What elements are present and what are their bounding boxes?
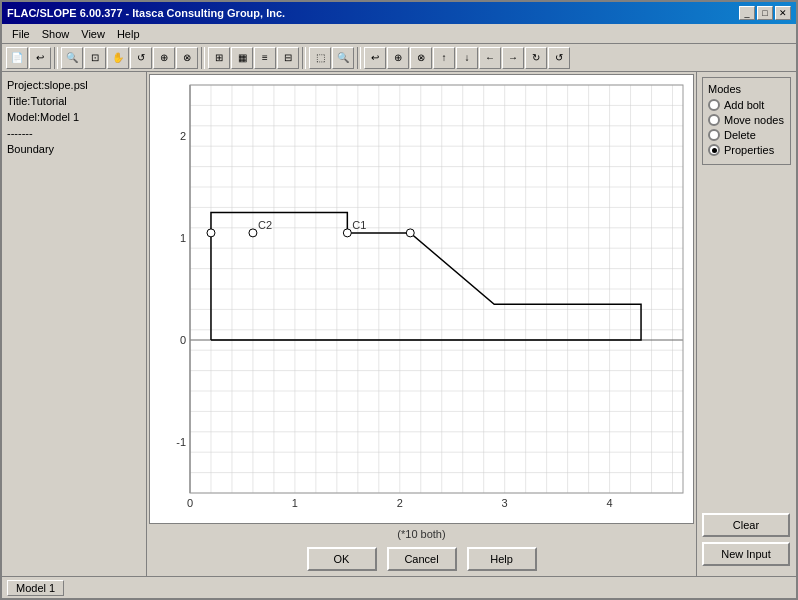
minimize-button[interactable]: _	[739, 6, 755, 20]
main-window: FLAC/SLOPE 6.00.377 - Itasca Consulting …	[0, 0, 798, 600]
radio-move-nodes-circle[interactable]	[708, 114, 720, 126]
tb-grid[interactable]: ⊞	[208, 47, 230, 69]
radio-properties-label: Properties	[724, 144, 774, 156]
close-button[interactable]: ✕	[775, 6, 791, 20]
modes-group: Modes Add bolt Move nodes Delete Propert…	[702, 77, 791, 165]
radio-add-bolt-label: Add bolt	[724, 99, 764, 111]
menu-show[interactable]: Show	[36, 27, 76, 41]
radio-properties-circle[interactable]	[708, 144, 720, 156]
tb-zoom2[interactable]: 🔍	[332, 47, 354, 69]
radio-properties[interactable]: Properties	[708, 144, 785, 156]
menu-view[interactable]: View	[75, 27, 111, 41]
status-model: Model 1	[7, 580, 64, 596]
tb-down[interactable]: ↓	[456, 47, 478, 69]
tb-undo[interactable]: ↩	[364, 47, 386, 69]
tb-zoom-out2[interactable]: ⊗	[410, 47, 432, 69]
tb-zoom-out[interactable]: ⊗	[176, 47, 198, 69]
radio-delete-label: Delete	[724, 129, 756, 141]
tb-sep2	[201, 47, 205, 69]
menu-file[interactable]: File	[6, 27, 36, 41]
tb-sep3	[302, 47, 306, 69]
sidebar-info: Project:slope.psl Title:Tutorial Model:M…	[7, 77, 141, 157]
help-button[interactable]: Help	[467, 547, 537, 571]
tb-up[interactable]: ↑	[433, 47, 455, 69]
tb-pan[interactable]: ✋	[107, 47, 129, 69]
sidebar-separator: -------	[7, 125, 141, 141]
sidebar-title: Title:Tutorial	[7, 93, 141, 109]
bottom-buttons: OK Cancel Help	[147, 542, 696, 576]
main-area: Project:slope.psl Title:Tutorial Model:M…	[2, 72, 796, 576]
radio-delete[interactable]: Delete	[708, 129, 785, 141]
modes-title: Modes	[708, 83, 785, 95]
tb-zoom-in2[interactable]: ⊕	[387, 47, 409, 69]
sidebar-project: Project:slope.psl	[7, 77, 141, 93]
tb-zoom-box[interactable]: ⊡	[84, 47, 106, 69]
title-buttons: _ □ ✕	[739, 6, 791, 20]
center-area: (*10 both) OK Cancel Help	[147, 72, 696, 576]
sidebar: Project:slope.psl Title:Tutorial Model:M…	[2, 72, 147, 576]
tb-rotate-ccw[interactable]: ↺	[548, 47, 570, 69]
window-title: FLAC/SLOPE 6.00.377 - Itasca Consulting …	[7, 7, 285, 19]
status-bar: Model 1	[2, 576, 796, 598]
ok-button[interactable]: OK	[307, 547, 377, 571]
tb-rotate[interactable]: ↺	[130, 47, 152, 69]
tb-left[interactable]: ←	[479, 47, 501, 69]
tb-new[interactable]: 📄	[6, 47, 28, 69]
title-bar: FLAC/SLOPE 6.00.377 - Itasca Consulting …	[2, 2, 796, 24]
maximize-button[interactable]: □	[757, 6, 773, 20]
toolbar: 📄 ↩ 🔍 ⊡ ✋ ↺ ⊕ ⊗ ⊞ ▦ ≡ ⊟ ⬚ 🔍 ↩ ⊕ ⊗ ↑ ↓ ← …	[2, 44, 796, 72]
radio-move-nodes-label: Move nodes	[724, 114, 784, 126]
tb-open[interactable]: ↩	[29, 47, 51, 69]
main-canvas[interactable]	[150, 75, 693, 523]
menu-bar: File Show View Help	[2, 24, 796, 44]
tb-rotate-cw[interactable]: ↻	[525, 47, 547, 69]
tb-label[interactable]: ≡	[254, 47, 276, 69]
tb-select[interactable]: ⬚	[309, 47, 331, 69]
radio-delete-circle[interactable]	[708, 129, 720, 141]
tb-sep4	[357, 47, 361, 69]
right-buttons: Clear New Input	[702, 513, 791, 571]
radio-add-bolt[interactable]: Add bolt	[708, 99, 785, 111]
cancel-button[interactable]: Cancel	[387, 547, 457, 571]
tb-axes[interactable]: ⊟	[277, 47, 299, 69]
tb-zoom-fit[interactable]: 🔍	[61, 47, 83, 69]
right-panel: Modes Add bolt Move nodes Delete Propert…	[696, 72, 796, 576]
tb-zoom-in[interactable]: ⊕	[153, 47, 175, 69]
sidebar-boundary[interactable]: Boundary	[7, 141, 141, 157]
chart-container[interactable]	[149, 74, 694, 524]
tb-sep1	[54, 47, 58, 69]
radio-add-bolt-circle[interactable]	[708, 99, 720, 111]
tb-table[interactable]: ▦	[231, 47, 253, 69]
sidebar-model: Model:Model 1	[7, 109, 141, 125]
x-axis-label: (*10 both)	[147, 526, 696, 542]
radio-move-nodes[interactable]: Move nodes	[708, 114, 785, 126]
menu-help[interactable]: Help	[111, 27, 146, 41]
clear-button[interactable]: Clear	[702, 513, 790, 537]
new-input-button[interactable]: New Input	[702, 542, 790, 566]
tb-right[interactable]: →	[502, 47, 524, 69]
